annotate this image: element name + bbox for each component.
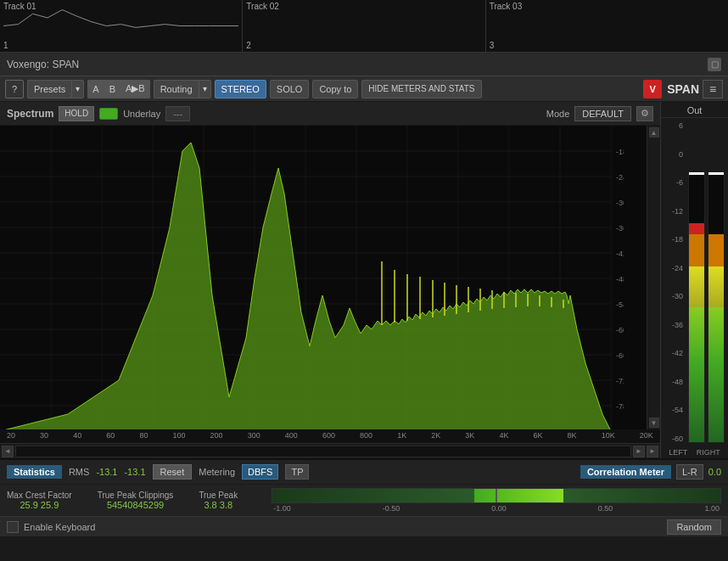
left-meter [688,171,705,443]
stereo-button[interactable]: STEREO [215,80,266,98]
help-button[interactable]: ? [5,80,24,98]
green-led[interactable] [99,108,118,120]
keyboard-checkbox[interactable] [7,521,19,533]
title-bar: Voxengo: SPAN ▢ [0,53,728,76]
track-number-1: 1 [3,41,8,50]
svg-text:-72: -72 [616,377,624,385]
scroll-track[interactable] [15,446,631,457]
svg-text:-36: -36 [616,224,624,233]
waveform-track-1[interactable]: Track 01 1 [0,0,243,52]
logo-area: V SPAN [643,80,699,98]
scroll-left-button[interactable]: ◄ [2,446,14,457]
scroll-right2-button[interactable]: ► [647,446,658,457]
track-number-2: 2 [246,41,251,50]
true-peak-item: True Peak 3.8 3.8 [199,491,238,510]
svg-text:-78: -78 [616,402,624,411]
svg-text:-24: -24 [616,173,624,182]
out-right-label: RIGHT [697,448,720,457]
ab-group: A B A▶B [87,80,149,98]
correlation-label[interactable]: Correlation Meter [580,465,671,479]
b-button[interactable]: B [104,80,120,98]
keyboard-label: Enable Keyboard [24,522,95,532]
waveform-bar: Track 01 1 Track 02 2 Track 03 3 [0,0,728,53]
random-button[interactable]: Random [667,519,721,535]
underlay-value[interactable]: --- [165,106,190,121]
hide-meters-button[interactable]: HIDE METERS AND STATS [361,80,481,98]
statistics-label[interactable]: Statistics [7,465,62,479]
svg-text:-66: -66 [616,351,624,360]
out-label: Out [661,102,728,118]
out-scale: 6 0 -6 -12 -18 -24 -30 -36 -42 -48 -54 -… [661,118,728,446]
mode-value[interactable]: DEFAULT [574,106,631,121]
out-left-label: LEFT [669,448,687,457]
waveform-track-3[interactable]: Track 03 3 [486,0,728,52]
scroll-up-button[interactable]: ▲ [649,127,659,137]
solo-button[interactable]: SOLO [270,80,310,98]
lr-badge: L-R [676,464,703,480]
out-scale-labels: 6 0 -6 -12 -18 -24 -30 -36 -42 -48 -54 -… [661,121,685,443]
true-peak-clip-item: True Peak Clippings 54540845299 [98,491,174,510]
dbfs-button[interactable]: DBFS [242,464,278,480]
svg-text:-18: -18 [616,148,624,156]
a-button[interactable]: A [87,80,104,98]
spectrum-canvas[interactable]: -18 -24 -30 -36 -42 -48 -54 -60 -66 -72 … [0,126,660,429]
svg-text:-42: -42 [616,250,624,258]
max-crest-item: Max Crest Factor 25.9 25.9 [7,491,72,510]
correlation-meter-visual: -1.00 -0.50 0.00 0.50 1.00 [272,488,721,513]
correlation-meter-bar [272,488,721,503]
routing-dropdown-button[interactable]: ▾ [199,80,211,98]
scroll-area: ◄ ► ► [0,443,660,458]
svg-text:-48: -48 [616,275,624,283]
routing-button[interactable]: Routing [154,80,199,98]
underlay-label: Underlay [123,109,160,119]
presets-group: Presets ▾ [27,80,84,98]
true-peak-values: 3.8 3.8 [204,500,232,510]
spectrum-label: Spectrum [7,108,53,120]
scroll-right-button[interactable]: ► [633,446,645,457]
main-area: Spectrum HOLD Underlay --- Mode DEFAULT … [0,102,728,458]
out-panel: Out 6 0 -6 -12 -18 -24 -30 -36 -42 -48 -… [660,102,728,458]
span-logo-text: SPAN [667,82,699,96]
close-button[interactable]: ▢ [708,58,721,71]
metering-label: Metering [199,467,235,477]
menu-button[interactable]: ≡ [703,80,723,98]
waveform-track-2[interactable]: Track 02 2 [243,0,485,52]
statistics-bar: Statistics RMS -13.1 -13.1 Reset Meterin… [0,458,728,516]
reset-button[interactable]: Reset [153,464,193,480]
hold-button[interactable]: HOLD [59,106,94,121]
max-crest-label: Max Crest Factor [7,491,72,500]
presets-dropdown-button[interactable]: ▾ [71,80,84,98]
bottom-bar: Enable Keyboard Random [0,516,728,536]
rms-left: -13.1 [96,467,117,477]
routing-group: Routing ▾ [154,80,211,98]
copy-to-button[interactable]: Copy to [312,80,358,98]
presets-button[interactable]: Presets [27,80,71,98]
stats-bottom-row: Max Crest Factor 25.9 25.9 True Peak Cli… [0,485,728,516]
svg-text:-30: -30 [616,199,624,207]
spectrum-panel: Spectrum HOLD Underlay --- Mode DEFAULT … [0,102,660,458]
freq-axis: 20 30 40 60 80 100 200 300 400 600 800 1… [0,429,660,443]
track-label-3: Track 03 [490,2,523,11]
keyboard-check: Enable Keyboard [7,521,95,533]
track-number-3: 3 [490,41,495,50]
track-label-2: Track 02 [246,2,279,11]
correlation-scale: -1.00 -0.50 0.00 0.50 1.00 [272,504,721,513]
rms-right: -13.1 [124,467,145,477]
gear-button[interactable]: ⚙ [636,106,653,121]
true-peak-clip-label: True Peak Clippings [98,491,174,500]
tp-button[interactable]: TP [285,464,309,480]
voxengo-logo: V [643,80,662,98]
true-peak-clip-value: 54540845299 [107,500,164,510]
right-meter [708,171,725,443]
toolbar: ? Presets ▾ A B A▶B Routing ▾ STEREO SOL… [0,76,728,102]
ab-button[interactable]: A▶B [120,80,150,98]
max-crest-values: 25.9 25.9 [20,500,59,510]
mode-label: Mode [546,109,570,119]
rms-values: -13.1 -13.1 [96,467,145,477]
scroll-down-button[interactable]: ▼ [649,418,659,428]
track-label-1: Track 01 [3,2,36,11]
correlation-value: 0.0 [708,467,721,477]
title-text: Voxengo: SPAN [7,59,708,70]
svg-text:-60: -60 [616,326,624,334]
stats-top-row: Statistics RMS -13.1 -13.1 Reset Meterin… [0,460,728,485]
